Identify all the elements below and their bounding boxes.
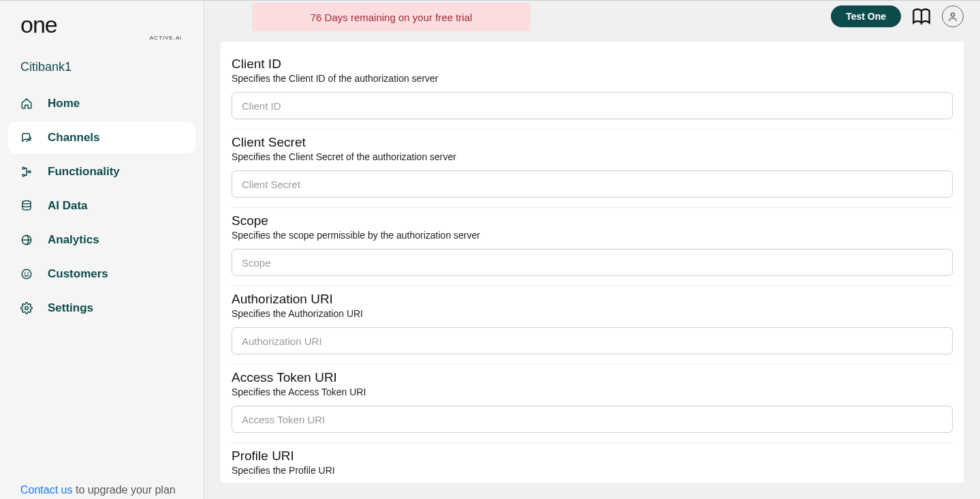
field-desc: Specifies the Client Secret of the autho… [232,151,953,162]
sidebar-item-label: Settings [48,301,93,315]
field-desc: Specifies the Profile URI [232,465,953,476]
sidebar-item-label: Home [48,97,80,110]
field-token-uri: Access Token URI Specifies the Access To… [232,365,953,443]
svg-point-7 [28,273,29,273]
field-title: Scope [232,213,953,228]
chat-icon [20,132,33,144]
form-card: Client ID Specifies the Client ID of the… [221,42,964,483]
sidebar-item-home[interactable]: Home [8,88,195,119]
smile-icon [20,268,33,280]
avatar[interactable] [942,5,964,27]
sidebar: one ACTIVE.Ai Citibank1 Home Channels Fu… [0,1,204,499]
svg-point-8 [25,307,29,310]
sidebar-item-aidata[interactable]: AI Data [8,190,195,222]
trial-banner: 76 Days remaining on your free trial [252,3,531,31]
database-icon [20,200,33,212]
sidebar-item-label: AI Data [48,199,88,213]
gear-icon [20,302,33,314]
client-id-input[interactable] [232,92,953,119]
field-title: Access Token URI [232,370,953,385]
token-uri-input[interactable] [232,406,953,433]
field-client-secret: Client Secret Specifies the Client Secre… [232,130,953,208]
auth-uri-input[interactable] [232,327,953,354]
sidebar-nav: Home Channels Functionality AI Data Anal… [0,81,204,327]
field-title: Client Secret [232,135,953,150]
svg-point-6 [25,273,25,273]
field-title: Client ID [232,57,953,72]
svg-point-9 [951,13,955,16]
field-desc: Specifies the scope permissible by the a… [232,230,953,241]
footer-text: to upgrade your plan [72,484,175,496]
topbar: 76 Days remaining on your free trial Tes… [204,1,980,32]
field-desc: Specifies the Authorization URI [232,308,953,319]
sidebar-item-label: Customers [48,267,108,281]
field-title: Authorization URI [232,292,953,307]
test-one-button[interactable]: Test One [831,5,901,27]
field-profile-uri: Profile URI Specifies the Profile URI [232,443,953,483]
sidebar-item-customers[interactable]: Customers [8,258,195,290]
book-icon[interactable] [912,7,931,26]
sidebar-item-label: Functionality [48,165,120,179]
logo-main: one [20,13,183,36]
field-desc: Specifies the Client ID of the authoriza… [232,73,953,84]
sidebar-item-label: Channels [48,131,100,145]
tree-icon [20,166,33,178]
sidebar-item-analytics[interactable]: Analytics [8,224,195,256]
sidebar-item-settings[interactable]: Settings [8,292,195,324]
svg-point-3 [22,201,31,205]
field-title: Profile URI [232,449,953,464]
scope-input[interactable] [232,249,953,276]
tenant-name: Citibank1 [0,48,204,81]
logo: one ACTIVE.Ai [0,13,204,48]
sidebar-item-channels[interactable]: Channels [8,122,195,153]
field-auth-uri: Authorization URI Specifies the Authoriz… [232,286,953,365]
main: 76 Days remaining on your free trial Tes… [204,1,980,499]
field-scope: Scope Specifies the scope permissible by… [232,208,953,286]
svg-point-5 [22,269,31,279]
client-secret-input[interactable] [232,170,953,198]
field-client-id: Client ID Specifies the Client ID of the… [232,51,953,130]
field-desc: Specifies the Access Token URI [232,387,953,397]
sidebar-item-functionality[interactable]: Functionality [8,156,195,187]
svg-point-1 [22,175,25,177]
svg-point-2 [29,171,31,173]
globe-icon [20,234,33,246]
upgrade-footer: Contact us to upgrade your plan [20,484,176,496]
svg-point-0 [22,167,25,169]
sidebar-item-label: Analytics [48,233,99,247]
contact-link[interactable]: Contact us [20,484,72,496]
home-icon [20,97,33,110]
